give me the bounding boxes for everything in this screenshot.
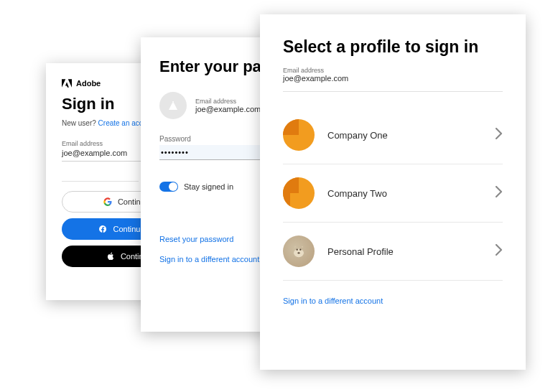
profile-name: Personal Profile xyxy=(327,246,483,257)
apple-icon xyxy=(106,252,115,261)
email-label: Email address xyxy=(195,98,261,105)
brand-text: Adobe xyxy=(76,79,101,88)
svg-point-1 xyxy=(297,249,298,251)
profile-row-company-two[interactable]: Company Two xyxy=(283,164,503,223)
svg-point-3 xyxy=(297,252,299,253)
company-one-avatar-icon xyxy=(283,119,315,151)
email-value: joe@example.com xyxy=(195,105,261,113)
email-value: joe@example.com xyxy=(283,74,503,92)
personal-avatar-icon xyxy=(283,235,315,267)
profile-row-personal[interactable]: Personal Profile xyxy=(283,223,503,281)
avatar-placeholder-icon xyxy=(159,92,187,119)
profile-name: Company One xyxy=(327,130,483,141)
chevron-right-icon xyxy=(496,244,503,258)
facebook-icon xyxy=(98,225,107,233)
svg-point-2 xyxy=(299,249,301,251)
email-label: Email address xyxy=(283,67,503,74)
profile-row-company-one[interactable]: Company One xyxy=(283,106,503,164)
chevron-right-icon xyxy=(496,128,503,142)
different-account-link[interactable]: Sign in to a different account xyxy=(283,297,503,305)
profile-select-card: Select a profile to sign in Email addres… xyxy=(260,14,526,370)
chevron-right-icon xyxy=(496,186,503,200)
stay-signed-in-toggle[interactable] xyxy=(159,182,178,192)
google-icon xyxy=(103,197,112,206)
stay-signed-in-label: Stay signed in xyxy=(184,182,233,191)
company-two-avatar-icon xyxy=(283,177,315,209)
profile-name: Company Two xyxy=(327,188,483,199)
profile-select-title: Select a profile to sign in xyxy=(283,37,503,57)
new-user-prefix: New user? xyxy=(62,119,98,127)
